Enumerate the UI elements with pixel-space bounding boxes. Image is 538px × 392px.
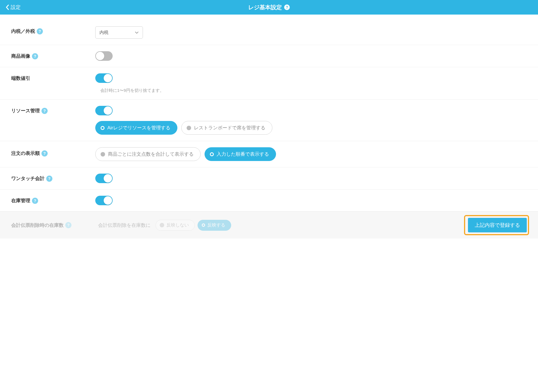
row-resource-control: Airレジでリソースを管理する レストランボードで席を管理する — [95, 106, 527, 135]
chevron-left-icon — [6, 4, 9, 10]
page-title-text: レジ基本設定 — [248, 4, 282, 11]
radio-icon — [187, 126, 191, 130]
row-stock-control — [95, 196, 527, 205]
label-text: 在庫管理 — [11, 197, 30, 204]
row-rounding-label: 端数値引 — [11, 73, 95, 81]
label-text: 注文の表示順 — [11, 150, 40, 157]
row-onetouch: ワンタッチ会計 ? — [0, 167, 538, 190]
row-onetouch-label: ワンタッチ会計 ? — [11, 174, 95, 182]
image-toggle[interactable] — [95, 51, 113, 61]
onetouch-toggle[interactable] — [95, 174, 113, 183]
help-icon[interactable]: ? — [32, 53, 38, 59]
rounding-toggle[interactable] — [95, 73, 113, 83]
footer-faded-text: 会計伝票削除を在庫数に — [98, 222, 150, 228]
rounding-hint: 会計時に1〜9円を切り捨てます。 — [95, 88, 527, 93]
page-title: レジ基本設定 ? — [248, 4, 290, 11]
row-order-label: 注文の表示順 ? — [11, 147, 95, 157]
order-options: 商品ごとに注文点数を合計して表示する 入力した順番で表示する — [95, 147, 527, 161]
order-option-grouped[interactable]: 商品ごとに注文点数を合計して表示する — [95, 147, 201, 161]
help-icon[interactable]: ? — [41, 108, 48, 114]
footer-option-reflect: 反映する — [198, 220, 231, 231]
option-label: 入力した順番で表示する — [217, 151, 269, 157]
row-resource-label: リソース管理 ? — [11, 106, 95, 114]
row-order: 注文の表示順 ? 商品ごとに注文点数を合計して表示する 入力した順番で表示する — [0, 141, 538, 167]
resource-options: Airレジでリソースを管理する レストランボードで席を管理する — [95, 121, 527, 135]
help-icon[interactable]: ? — [37, 28, 43, 34]
help-icon[interactable]: ? — [32, 198, 38, 204]
tax-select[interactable]: 内税 — [95, 26, 143, 39]
option-label: 反映する — [207, 222, 225, 228]
select-value: 内税 — [99, 30, 108, 36]
radio-icon — [210, 152, 214, 156]
option-label: 反映しない — [166, 222, 189, 228]
radio-icon — [160, 223, 164, 227]
save-button[interactable]: 上記内容で登録する — [468, 218, 527, 232]
row-image-label: 商品画像 ? — [11, 51, 95, 59]
radio-icon — [202, 223, 205, 227]
back-label: 設定 — [11, 4, 21, 11]
stock-toggle[interactable] — [95, 196, 113, 205]
option-label: レストランボードで席を管理する — [194, 125, 265, 131]
resource-option-restaurantboard[interactable]: レストランボードで席を管理する — [181, 121, 272, 135]
help-icon[interactable]: ? — [41, 150, 48, 157]
row-rounding: 端数値引 会計時に1〜9円を切り捨てます。 — [0, 67, 538, 100]
resource-toggle[interactable] — [95, 106, 113, 115]
row-rounding-control: 会計時に1〜9円を切り捨てます。 — [95, 73, 527, 93]
label-text: 端数値引 — [11, 75, 30, 81]
footer: 会計伝票削除時の在庫数 ? 会計伝票削除を在庫数に 反映しない 反映する 上記内… — [0, 211, 538, 239]
help-icon[interactable]: ? — [284, 4, 290, 10]
label-text: 会計伝票削除時の在庫数 — [11, 222, 64, 228]
help-icon[interactable]: ? — [46, 176, 52, 182]
row-resource: リソース管理 ? Airレジでリソースを管理する レストランボードで席を管理する — [0, 100, 538, 141]
row-onetouch-control — [95, 174, 527, 183]
label-text: 商品画像 — [11, 53, 30, 59]
back-button[interactable]: 設定 — [6, 4, 21, 11]
footer-faded-label: 会計伝票削除時の在庫数 ? — [11, 222, 95, 228]
header: 設定 レジ基本設定 ? — [0, 0, 538, 15]
label-text: リソース管理 — [11, 108, 40, 114]
row-stock-label: 在庫管理 ? — [11, 196, 95, 204]
row-tax-control: 内税 — [95, 26, 527, 39]
row-order-control: 商品ごとに注文点数を合計して表示する 入力した順番で表示する — [95, 147, 527, 161]
option-label: 商品ごとに注文点数を合計して表示する — [108, 151, 194, 157]
help-icon: ? — [65, 222, 71, 228]
order-option-sequential[interactable]: 入力した順番で表示する — [205, 147, 276, 161]
option-label: Airレジでリソースを管理する — [107, 125, 170, 131]
row-tax: 内税／外税 ? 内税 — [0, 20, 538, 45]
row-image-control — [95, 51, 527, 61]
row-stock: 在庫管理 ? — [0, 190, 538, 211]
row-tax-label: 内税／外税 ? — [11, 26, 95, 34]
row-image: 商品画像 ? — [0, 45, 538, 67]
chevron-down-icon — [135, 31, 139, 34]
footer-option-no-reflect: 反映しない — [156, 220, 195, 231]
resource-option-airregi[interactable]: Airレジでリソースを管理する — [95, 121, 177, 135]
footer-faded-row: 会計伝票削除時の在庫数 ? 会計伝票削除を在庫数に 反映しない 反映する — [11, 220, 231, 231]
label-text: ワンタッチ会計 — [11, 175, 45, 182]
radio-icon — [101, 126, 105, 130]
label-text: 内税／外税 — [11, 28, 35, 34]
radio-icon — [101, 152, 105, 157]
settings-list: 内税／外税 ? 内税 商品画像 ? 端数値引 会計時に1〜9円を切り捨てます。 — [0, 15, 538, 211]
